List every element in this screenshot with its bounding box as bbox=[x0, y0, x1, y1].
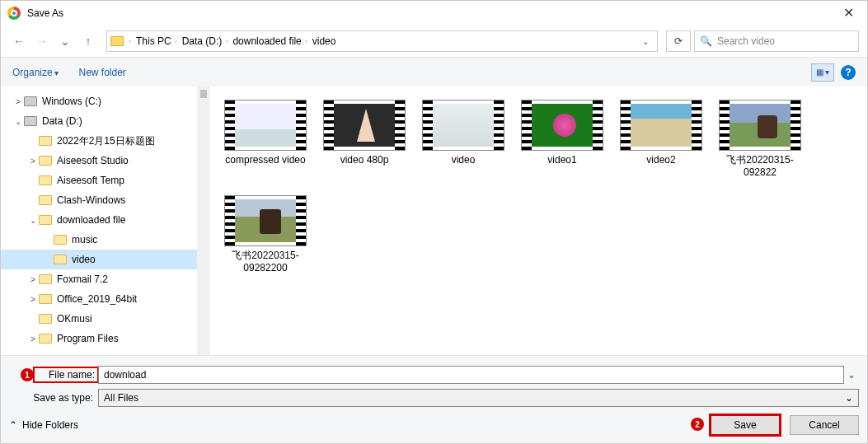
folder-icon bbox=[39, 175, 52, 185]
tree-item[interactable]: >Aiseesoft Temp bbox=[1, 171, 209, 190]
search-input[interactable]: 🔍 Search video bbox=[694, 30, 859, 52]
file-label: video 480p bbox=[321, 154, 407, 166]
folder-icon bbox=[39, 156, 52, 166]
file-item[interactable]: video1 bbox=[519, 100, 605, 179]
video-thumbnail bbox=[620, 100, 702, 151]
up-button[interactable]: ↑ bbox=[78, 31, 98, 51]
tree-item[interactable]: >Clash-Windows bbox=[1, 190, 209, 210]
breadcrumb-item[interactable]: video bbox=[312, 35, 336, 47]
expand-chevron[interactable]: ⌄ bbox=[27, 216, 39, 225]
footer: 1 File name: ⌄ Save as type: All Files ⌄… bbox=[1, 355, 867, 443]
save-button[interactable]: Save bbox=[711, 415, 780, 435]
expand-chevron[interactable]: > bbox=[27, 334, 39, 344]
folder-icon bbox=[54, 255, 67, 264]
close-button[interactable]: ✕ bbox=[836, 1, 861, 26]
video-thumbnail bbox=[224, 100, 307, 151]
tree-item-label: Office_2019_64bit bbox=[57, 293, 137, 305]
tree-item-label: Aiseesoft Studio bbox=[57, 155, 129, 166]
file-item[interactable]: compressed video bbox=[223, 100, 308, 179]
folder-tree[interactable]: >Windows (C:)⌄Data (D:)>2022年2月15日标题图>Ai… bbox=[1, 86, 209, 355]
window-title: Save As bbox=[27, 7, 63, 19]
file-name-label: File name: bbox=[34, 367, 98, 382]
tree-item[interactable]: >Aiseesoft Studio bbox=[1, 151, 209, 171]
drive-icon bbox=[24, 116, 37, 126]
refresh-button[interactable]: ⟳ bbox=[666, 30, 691, 52]
video-thumbnail bbox=[422, 100, 504, 151]
video-thumbnail bbox=[323, 100, 406, 151]
chevron-up-icon: ⌃ bbox=[9, 419, 17, 431]
video-thumbnail bbox=[719, 100, 801, 151]
folder-icon bbox=[39, 136, 52, 146]
tree-item[interactable]: >Foxmail 7.2 bbox=[1, 269, 209, 289]
file-item[interactable]: 飞书20220315-09282200 bbox=[223, 195, 308, 274]
drive-icon bbox=[24, 96, 37, 106]
help-button[interactable]: ? bbox=[841, 65, 856, 80]
folder-icon bbox=[39, 274, 52, 284]
annotation-badge-1: 1 bbox=[21, 368, 34, 381]
organize-menu[interactable]: Organize bbox=[12, 67, 59, 78]
breadcrumb-item[interactable]: This PC› bbox=[136, 35, 177, 47]
folder-icon bbox=[39, 195, 52, 205]
file-label: video bbox=[420, 154, 506, 166]
save-type-label: Save as type: bbox=[9, 392, 98, 404]
file-item[interactable]: video 480p bbox=[321, 100, 407, 179]
folder-icon bbox=[39, 334, 52, 344]
hide-folders-toggle[interactable]: ⌃ Hide Folders bbox=[9, 419, 78, 431]
toolbar: Organize New folder ▦ ▾ ? bbox=[1, 57, 867, 86]
tree-item[interactable]: ⌄downloaded file bbox=[1, 210, 209, 230]
folder-icon bbox=[39, 294, 52, 304]
view-mode-button[interactable]: ▦ ▾ bbox=[811, 63, 834, 82]
tree-item-label: Data (D:) bbox=[42, 115, 82, 127]
address-dropdown[interactable]: ⌄ bbox=[637, 37, 654, 46]
tree-item-label: video bbox=[72, 254, 96, 265]
filename-dropdown[interactable]: ⌄ bbox=[844, 369, 859, 381]
address-bar[interactable]: › This PC› Data (D:)› downloaded file› v… bbox=[106, 30, 658, 52]
video-thumbnail bbox=[521, 100, 603, 151]
titlebar: Save As ✕ bbox=[1, 1, 867, 26]
file-grid[interactable]: compressed videovideo 480pvideovideo1vid… bbox=[209, 86, 867, 355]
tree-item[interactable]: >Office_2019_64bit bbox=[1, 289, 209, 309]
file-label: video1 bbox=[519, 154, 605, 166]
file-item[interactable]: 飞书20220315-092822 bbox=[717, 100, 803, 179]
breadcrumb-item[interactable]: downloaded file› bbox=[232, 35, 307, 47]
tree-item-label: Foxmail 7.2 bbox=[57, 273, 108, 285]
tree-item[interactable]: >video bbox=[1, 250, 209, 269]
tree-item-label: Clash-Windows bbox=[57, 194, 125, 206]
tree-item[interactable]: ⌄Data (D:) bbox=[1, 111, 209, 131]
video-thumbnail bbox=[224, 195, 307, 246]
expand-chevron: > bbox=[27, 176, 39, 185]
annotation-badge-2: 2 bbox=[691, 418, 704, 431]
expand-chevron[interactable]: > bbox=[27, 157, 39, 166]
tree-item-label: OKmusi bbox=[57, 313, 92, 325]
file-label: compressed video bbox=[223, 154, 308, 166]
tree-item[interactable]: >Program Files bbox=[1, 329, 209, 348]
file-item[interactable]: video2 bbox=[618, 100, 704, 179]
cancel-button[interactable]: Cancel bbox=[790, 415, 859, 435]
tree-item[interactable]: >Windows (C:) bbox=[1, 91, 209, 111]
back-button[interactable]: ← bbox=[9, 31, 29, 51]
recent-dropdown[interactable]: ⌄ bbox=[55, 31, 75, 51]
tree-item-label: Windows (C:) bbox=[42, 96, 101, 107]
tree-item-label: music bbox=[72, 234, 97, 245]
breadcrumb-item[interactable]: Data (D:)› bbox=[182, 35, 228, 47]
file-label: video2 bbox=[618, 154, 704, 166]
expand-chevron[interactable]: ⌄ bbox=[12, 117, 24, 126]
file-name-input[interactable] bbox=[98, 366, 844, 384]
file-item[interactable]: video bbox=[420, 100, 506, 179]
nav-bar: ← → ⌄ ↑ › This PC› Data (D:)› downloaded… bbox=[1, 26, 867, 57]
expand-chevron[interactable]: > bbox=[27, 275, 39, 284]
new-folder-button[interactable]: New folder bbox=[78, 67, 125, 78]
chrome-icon bbox=[7, 7, 21, 20]
tree-item[interactable]: >OKmusi bbox=[1, 309, 209, 329]
tree-item[interactable]: >2022年2月15日标题图 bbox=[1, 131, 209, 151]
tree-item[interactable]: >music bbox=[1, 230, 209, 250]
expand-chevron: > bbox=[27, 315, 39, 324]
expand-chevron[interactable]: > bbox=[12, 97, 24, 106]
forward-button[interactable]: → bbox=[32, 31, 52, 51]
save-type-select[interactable]: All Files ⌄ bbox=[98, 389, 859, 407]
tree-item-label: Program Files bbox=[57, 333, 119, 344]
scrollbar[interactable] bbox=[197, 86, 209, 355]
expand-chevron[interactable]: > bbox=[27, 295, 39, 304]
chevron-down-icon: ⌄ bbox=[845, 392, 853, 404]
expand-chevron: > bbox=[27, 137, 39, 146]
